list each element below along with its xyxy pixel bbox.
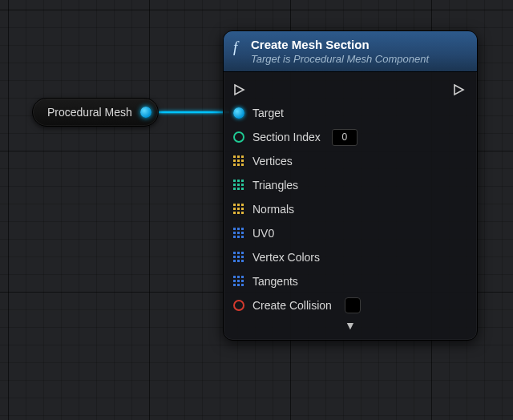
pin-label: Create Collision — [252, 299, 332, 312]
pin-label: Vertices — [252, 155, 293, 168]
create-collision-checkbox[interactable] — [345, 297, 361, 313]
node-subtitle: Target is Procedural Mesh Component — [251, 53, 429, 66]
wire-proceduralmesh-to-target — [157, 107, 229, 117]
input-pin-vertex-colors[interactable] — [233, 252, 244, 263]
pin-row-uv0: UV0 — [233, 221, 467, 245]
pin-row-create-collision: Create Collision — [233, 293, 467, 317]
variable-node-procedural-mesh[interactable]: Procedural Mesh — [32, 98, 159, 127]
pin-row-normals: Normals — [233, 197, 467, 221]
input-pin-section-index[interactable] — [233, 131, 244, 143]
input-pin-normals[interactable] — [233, 204, 244, 215]
input-pin-target[interactable] — [233, 107, 244, 119]
node-body: Target Section Index 0 Vertices Triangle… — [224, 72, 477, 340]
section-index-field[interactable]: 0 — [332, 129, 357, 146]
input-pin-create-collision[interactable] — [233, 300, 244, 311]
exec-input-pin[interactable] — [233, 83, 246, 96]
expand-node-button[interactable]: ▼ — [233, 317, 467, 337]
pin-label: Tangents — [252, 275, 298, 288]
pin-label: Vertex Colors — [252, 251, 320, 264]
pin-row-target: Target — [233, 101, 467, 125]
variable-node-label: Procedural Mesh — [47, 106, 132, 119]
pin-label: UV0 — [252, 227, 274, 240]
pin-label: Normals — [252, 203, 294, 216]
pin-label: Triangles — [252, 179, 298, 192]
pin-row-vertex-colors: Vertex Colors — [233, 245, 467, 269]
pin-label: Section Index — [252, 131, 321, 143]
pin-row-triangles: Triangles — [233, 173, 467, 197]
pin-row-section-index: Section Index 0 — [233, 125, 467, 149]
function-icon: f — [233, 39, 244, 55]
function-node-create-mesh-section[interactable]: f Create Mesh Section Target is Procedur… — [223, 30, 478, 341]
pin-row-tangents: Tangents — [233, 269, 467, 293]
blueprint-graph-canvas[interactable]: Procedural Mesh f Create Mesh Section Ta… — [0, 0, 513, 420]
input-pin-triangles[interactable] — [233, 180, 244, 191]
pin-label: Target — [252, 107, 284, 119]
exec-output-pin[interactable] — [453, 83, 466, 96]
input-pin-tangents[interactable] — [233, 276, 244, 287]
input-pin-vertices[interactable] — [233, 155, 244, 167]
pin-row-vertices: Vertices — [233, 149, 467, 173]
input-pin-uv0[interactable] — [233, 228, 244, 239]
node-header[interactable]: f Create Mesh Section Target is Procedur… — [224, 31, 477, 72]
node-title: Create Mesh Section — [251, 38, 429, 53]
chevron-down-icon: ▼ — [345, 319, 356, 332]
output-pin-object[interactable] — [140, 107, 151, 118]
